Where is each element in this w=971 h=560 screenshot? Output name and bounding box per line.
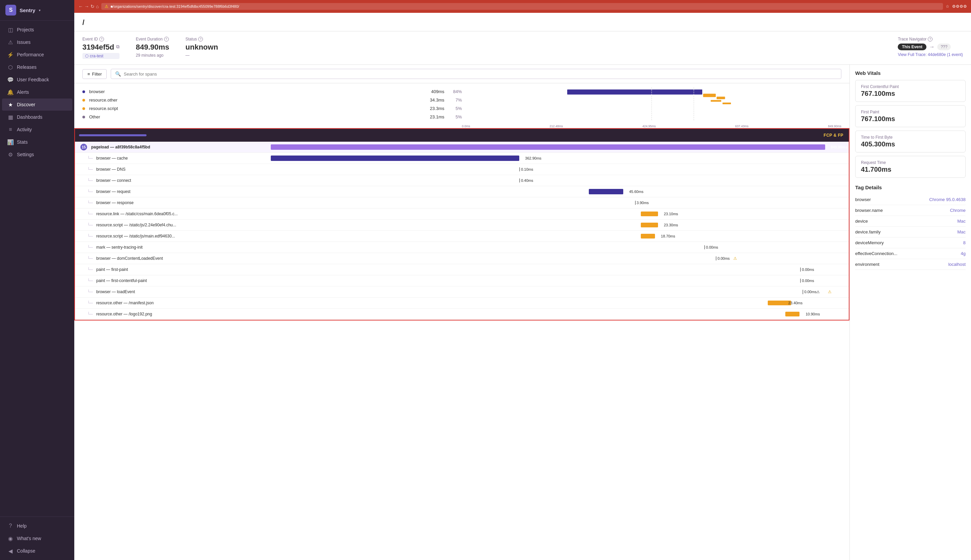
extensions-icon[interactable]: ⚙⚙⚙⚙ bbox=[952, 4, 967, 9]
sidebar-item-help[interactable]: ? Help bbox=[2, 520, 72, 532]
other-ms: 23.1ms bbox=[424, 114, 444, 119]
tag-row-device-family: device.family Mac bbox=[855, 227, 966, 237]
search-input[interactable] bbox=[124, 72, 837, 77]
span-row-browser-load[interactable]: └─ browser — loadEvent 0.00ms⚠ ⚠ bbox=[75, 287, 849, 298]
resource-logo-bar: 10.90ms bbox=[271, 309, 849, 320]
span-row-browser-connect[interactable]: └─ browser — connect 0.40ms bbox=[75, 175, 849, 186]
sidebar-item-dashboards[interactable]: ▦ Dashboards bbox=[2, 111, 72, 123]
forward-icon[interactable]: → bbox=[84, 4, 89, 9]
resource-manifest-duration: 23.40ms bbox=[788, 301, 802, 305]
tag-value-device-memory[interactable]: 8 bbox=[963, 240, 966, 245]
sidebar-item-label: Settings bbox=[17, 152, 34, 157]
span-row-browser-cache[interactable]: └─ browser — cache 362.90ms bbox=[75, 153, 849, 164]
span-row-resource-script-2[interactable]: └─ resource.script — /static/js/main.edf… bbox=[75, 231, 849, 242]
browser-dom-duration: 0.00ms bbox=[716, 257, 730, 260]
tag-value-browser[interactable]: Chrome 95.0.4638 bbox=[929, 197, 966, 202]
event-duration-value: 849.90ms bbox=[136, 43, 169, 52]
home-icon[interactable]: ⌂ bbox=[96, 4, 99, 9]
event-id-help-icon[interactable]: ? bbox=[99, 37, 104, 42]
sidebar-item-releases[interactable]: ⬡ Releases bbox=[2, 61, 72, 73]
trace-navigator-label: Trace Navigator ? bbox=[898, 37, 963, 42]
project-icon: ⬡ bbox=[85, 53, 89, 58]
filter-icon: ≡ bbox=[87, 72, 90, 77]
span-row-resource-script: resource.script 23.3ms 5% bbox=[82, 104, 462, 113]
span-row-resource-logo[interactable]: └─ resource.other — /logo192.png 10.90ms bbox=[75, 309, 849, 320]
tree-lines-icon: └─ bbox=[87, 245, 93, 250]
span-row-pageload[interactable]: 15 pageload — a8f39b58c8a4f5bd 849.90ms bbox=[75, 142, 849, 153]
back-icon[interactable]: ← bbox=[79, 4, 83, 9]
tree-lines-icon: └─ bbox=[87, 301, 93, 305]
span-breakdown: browser 409ms 84% resource.other 34.3ms … bbox=[82, 87, 462, 128]
mini-chart: 0.0ms 212.48ms 424.95ms 637.43ms 849.90m… bbox=[462, 87, 841, 128]
project-badge[interactable]: ⬡ cra-test bbox=[82, 53, 120, 59]
reload-icon[interactable]: ↻ bbox=[90, 4, 95, 9]
sidebar-item-label: Releases bbox=[17, 65, 37, 70]
bookmark-icon[interactable]: ☆ bbox=[946, 4, 949, 9]
tag-row-browser-name: browser.name Chrome bbox=[855, 205, 966, 216]
sidebar-item-issues[interactable]: ⚠ Issues bbox=[2, 36, 72, 48]
pageload-duration: 849.90ms bbox=[831, 145, 847, 149]
resource-script-dot bbox=[82, 107, 85, 110]
sidebar-item-user-feedback[interactable]: 💬 User Feedback bbox=[2, 73, 72, 86]
span-row-browser-dns[interactable]: └─ browser — DNS 0.10ms bbox=[75, 164, 849, 175]
scroll-thumb[interactable] bbox=[79, 134, 147, 136]
main-content: ← → ↻ ⌂ ⚠ ■/organizations/sentry/discove… bbox=[74, 0, 971, 560]
sidebar-item-discover[interactable]: ★ Discover bbox=[2, 98, 72, 111]
filter-button[interactable]: ≡ Filter bbox=[82, 69, 107, 79]
trace-help-icon[interactable]: ? bbox=[928, 37, 933, 42]
span-row-resource-link[interactable]: └─ resource.link — /static/css/main.6dea… bbox=[75, 208, 849, 220]
span-row-browser-response[interactable]: └─ browser — response 3.90ms bbox=[75, 197, 849, 208]
span-row-resource-script-1[interactable]: └─ resource.script — /static/js/2.24e90e… bbox=[75, 220, 849, 231]
vital-req-time-label: Request Time bbox=[861, 160, 960, 165]
span-row-paint-fcp[interactable]: └─ paint — first-contentful-paint 0.00ms bbox=[75, 275, 849, 287]
event-id-row: 3194ef5d ⧉ bbox=[82, 42, 120, 52]
sidebar-item-performance[interactable]: ⚡ Performance bbox=[2, 48, 72, 61]
browser-load-duration: 0.00ms⚠ bbox=[802, 290, 820, 294]
resource-link-duration: 23.10ms bbox=[664, 212, 678, 216]
tree-lines-icon: └─ bbox=[87, 189, 93, 194]
tag-value-device[interactable]: Mac bbox=[957, 218, 966, 224]
sidebar-item-collapse[interactable]: ◀ Collapse bbox=[2, 545, 72, 557]
span-row-browser-dom[interactable]: └─ browser — domContentLoadedEvent 0.00m… bbox=[75, 253, 849, 264]
browser-dom-bar: 0.00ms ⚠ bbox=[271, 253, 849, 264]
span-row-paint-fp[interactable]: └─ paint — first-paint 0.00ms bbox=[75, 264, 849, 275]
sidebar: S Sentry ▾ ◫ Projects ⚠ Issues ⚡ Perform… bbox=[0, 0, 74, 560]
url-bar[interactable]: ⚠ ■/organizations/sentry/discover/cra-te… bbox=[101, 3, 943, 10]
tag-value-environment[interactable]: localhost bbox=[948, 262, 966, 267]
timeline-header: FCP & FP bbox=[75, 129, 849, 142]
tag-value-browser-name[interactable]: Chrome bbox=[950, 208, 966, 213]
resource-script-2-bar: 18.70ms bbox=[271, 231, 849, 242]
copy-icon[interactable]: ⧉ bbox=[116, 44, 120, 50]
page-header: / bbox=[74, 13, 971, 32]
axis-3: 637.43ms bbox=[735, 125, 749, 128]
tag-value-device-family[interactable]: Mac bbox=[957, 229, 966, 235]
span-row-mark-sentry[interactable]: └─ mark — sentry-tracing-init 0.00ms bbox=[75, 242, 849, 253]
collapse-icon: ◀ bbox=[7, 548, 13, 554]
web-vitals-title: Web Vitals bbox=[855, 70, 966, 76]
left-panel: ≡ Filter 🔍 browser 409ms 84% bbox=[74, 65, 849, 560]
this-event-badge[interactable]: This Event bbox=[898, 43, 926, 50]
view-full-trace-link[interactable]: View Full Trace: 44de680e (1 event) bbox=[898, 52, 963, 57]
sidebar-item-stats[interactable]: 📊 Stats bbox=[2, 136, 72, 148]
sidebar-item-whats-new[interactable]: ◉ What's new bbox=[2, 532, 72, 545]
tag-value-effective-connection[interactable]: 4g bbox=[961, 251, 966, 256]
axis-labels: 0.0ms 212.48ms 424.95ms 637.43ms 849.90m… bbox=[462, 125, 841, 128]
browser-load-bar: 0.00ms⚠ ⚠ bbox=[271, 287, 849, 297]
tree-lines-icon: └─ bbox=[87, 200, 93, 205]
sidebar-item-projects[interactable]: ◫ Projects bbox=[2, 23, 72, 36]
span-label-resource-script-2: └─ resource.script — /static/js/main.edf… bbox=[75, 232, 271, 240]
sentry-logo: S bbox=[5, 5, 16, 15]
sidebar-item-activity[interactable]: ≡ Activity bbox=[2, 123, 72, 136]
dashboards-icon: ▦ bbox=[7, 114, 13, 120]
trace-question-badge[interactable]: ??? bbox=[937, 43, 951, 50]
tree-lines-icon: └─ bbox=[87, 167, 93, 172]
sidebar-item-settings[interactable]: ⚙ Settings bbox=[2, 148, 72, 161]
span-row-resource-manifest[interactable]: └─ resource.other — /manifest.json 23.40… bbox=[75, 298, 849, 309]
svg-rect-2 bbox=[717, 97, 725, 100]
duration-help-icon[interactable]: ? bbox=[164, 37, 169, 42]
sidebar-item-alerts[interactable]: 🔔 Alerts bbox=[2, 86, 72, 98]
span-row-browser-request[interactable]: └─ browser — request 45.60ms bbox=[75, 186, 849, 197]
trace-arrow-icon: → bbox=[929, 44, 934, 50]
status-help-icon[interactable]: ? bbox=[198, 37, 203, 42]
span-label-browser-load: └─ browser — loadEvent bbox=[75, 287, 271, 296]
